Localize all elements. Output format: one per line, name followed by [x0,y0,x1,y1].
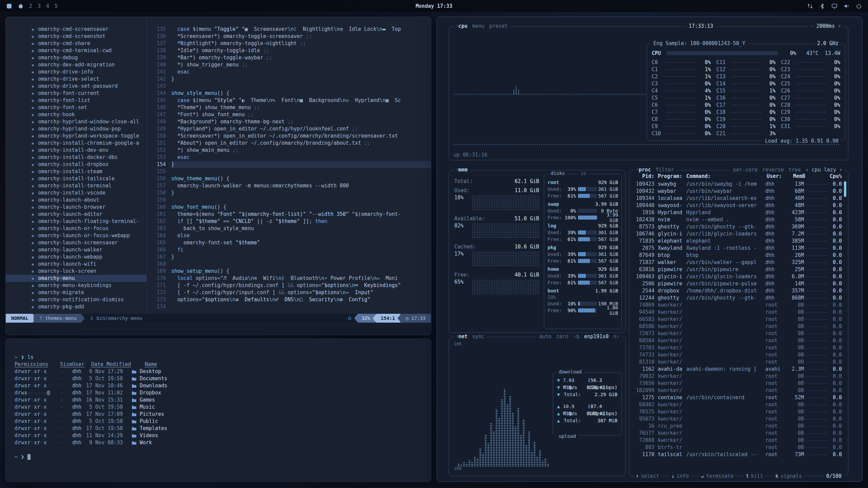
file-tree-item[interactable]: ✱omarchy-drive-info [6,68,146,76]
process-row[interactable]: 2075 Xwayland Xwayland :1 -rootless - dh… [633,245,842,252]
menu-tab[interactable]: menu [472,23,485,29]
file-tree-item[interactable]: ✱omarchy-cmd-screensaver [6,26,146,33]
zero-toggle[interactable]: zero [556,333,569,340]
process-row[interactable]: 106746 glycin-i /usr/lib/glycin-loaders … [633,230,842,238]
process-row[interactable]: 2544 dropbox /home/dhh/.dropbox-dist dhh… [633,287,842,294]
code-pane[interactable]: case $(menu "Toggle" "▣ Screensaver\n☾ N… [171,17,431,314]
file-tree-item[interactable]: ✱omarchy-lock-screen [6,268,146,275]
file-tree-item[interactable]: ✱omarchy-launch-walker [6,246,146,253]
proc-footer-action[interactable]: ksignals [774,473,804,480]
io-tab[interactable]: io [578,170,589,176]
file-tree-item[interactable]: ✱omarchy-drive-set-password [6,83,146,90]
process-row[interactable]: 109344 localsea /usr/lib/localsearch-ex … [633,195,842,202]
process-row[interactable]: 109423 swaybg /usr/bin/swaybg -i /hom dh… [633,181,842,188]
disks-tab[interactable]: disks [548,170,567,176]
process-row[interactable]: 102438 nvim nvim --embed . dhh 58M 0.0 [633,216,842,223]
file-tree-item[interactable]: ✱omarchy-menu [6,275,146,282]
file-tree-item[interactable]: ✱omarchy-install-tailscale [6,175,146,182]
process-row[interactable]: 95673 kworker/ root 0B 0.0 [633,415,842,423]
process-row[interactable]: 76577 kworker/ root 0B 0.0 [633,430,842,437]
process-row[interactable]: 74733 kworker/ root 0B 0.0 [633,351,842,359]
file-tree-item[interactable]: ✱omarchy-pkg-add [6,303,146,310]
file-tree-item[interactable]: ✱omarchy-font-current [6,90,146,97]
process-row[interactable]: 94540 kworker/ root 0B 0.0 [633,309,842,316]
file-tree-item[interactable]: ✱omarchy-font-list [6,97,146,104]
process-row[interactable]: 109463 glycin-i /usr/lib/glycin-loaders … [633,273,842,280]
process-row[interactable]: 73656 kworker/ root 0B 0.0 [633,380,842,387]
file-tree-item[interactable]: ✱omarchy-launch-about [6,197,146,204]
process-row[interactable]: 71835 elephant elephant dhh 385M 0.0 [633,238,842,245]
sort-selector[interactable]: ‹ cpu lazy › [806,167,842,173]
file-tree-item[interactable]: ✱omarchy-debug [6,54,146,61]
terminal-window[interactable]: ~ ❯ ls Permissions Size User Date Modifi… [5,339,431,482]
file-tree-item[interactable]: ✱omarchy-install-docker-dbs [6,154,146,161]
process-row[interactable]: 109440 swayosd- /usr/lib/swayosd-server … [633,202,842,209]
process-row[interactable]: 68586 kworker/ root 0B 0.0 [633,323,842,330]
reverse-toggle[interactable]: reverse [762,167,784,173]
prompt-line-2[interactable]: ~ ❯ [15,453,431,461]
file-tree-item[interactable]: ✱omarchy-cmd-terminal-cwd [6,47,146,54]
iface-prev[interactable]: ‹b [573,333,579,340]
file-tree-item[interactable]: ✱omarchy-cmd-screenshot [6,33,146,40]
proc-footer-action[interactable]: ↓info [670,473,690,480]
file-tree-item[interactable]: ✱omarchy-hook [6,111,146,118]
process-row[interactable]: 66583 kworker/ root 0B 0.0 [633,316,842,323]
file-tree-item[interactable]: ✱omarchy-install-dev-env [6,147,146,154]
file-tree-item[interactable]: ✱omarchy-hyprland-workspace-toggle [6,133,146,140]
proc-footer-action[interactable]: ↑select [634,473,661,480]
filter-tab[interactable]: filter [656,167,674,173]
process-row[interactable]: 87649 btop btop dhh 26M 0.0 [633,252,842,259]
process-row[interactable]: 2506 pipewire /usr/bin/pipewire-pulse dh… [633,280,842,287]
tree-toggle[interactable]: tree [789,167,801,173]
process-row[interactable]: 12244 ghostty /usr/bin/ghostty --gtk- dh… [633,294,842,302]
process-row[interactable]: 803 btrfs-tr root 0B 0.0 [633,444,842,451]
file-tree-item[interactable]: ✱omarchy-menu-keybindings [6,282,146,289]
network-icon[interactable] [807,3,813,9]
proc-footer-action[interactable]: tkill [744,473,765,480]
file-tree-item[interactable]: ✱omarchy-install-steam [6,168,146,175]
process-row[interactable]: 68402 kworker/ root 0B 0.0 [633,401,842,408]
process-row[interactable]: 72088 kworker/ root 0B 0.0 [633,437,842,444]
file-tree-item[interactable]: ✱omarchy-hyprland-window-close-all [6,118,146,125]
file-tree-item[interactable]: ✱omarchy-launch-editor [6,211,146,218]
process-row[interactable]: 1275 containe /usr/bin/containerd root 5… [633,394,842,401]
file-tree-item[interactable]: ✱omarchy-migrate [6,289,146,296]
file-tree-item[interactable]: ✱omarchy-dev-add-migration [6,61,146,68]
process-row[interactable]: 1162 avahi-da avahi-daemon: running [ av… [633,366,842,373]
preset-tab[interactable]: preset [489,23,508,29]
file-tree-item[interactable]: ✱omarchy-cmd-share [6,40,146,47]
file-tree-item[interactable]: ✱omarchy-launch-screensaver [6,239,146,246]
file-tree-item[interactable]: ✱omarchy-launch-wifi [6,261,146,268]
process-row[interactable]: 74869 kworker/ root 0B 0.0 [633,302,842,309]
process-row[interactable]: 81310 kworker/ root 0B 0.0 [633,359,842,366]
process-row[interactable]: 68584 kworker/ root 0B 0.0 [633,337,842,344]
per-core-toggle[interactable]: per-core [733,167,757,173]
process-row[interactable]: 76575 kworker/ root 0B 0.0 [633,408,842,415]
proc-footer-action[interactable]: ↵terminate [699,473,735,480]
process-row[interactable]: 1170 tailscal /usr/sbin/tailscaled -- ro… [633,451,842,458]
iface-next[interactable]: n› [613,333,619,340]
interval-minus[interactable]: - [810,23,813,29]
process-row[interactable]: 109432 waybar /usr/bin/waybar dhh 68M 0.… [633,188,842,195]
process-row[interactable]: 102099 kworker/ root 0B 0.0 [633,387,842,394]
file-tree-item[interactable]: ✱omarchy-launch-browser [6,204,146,211]
file-tree-item[interactable]: ✱omarchy-install-dropbox [6,161,146,168]
file-tree-item[interactable]: ✱omarchy-install-vscode [6,189,146,197]
display-icon[interactable] [831,3,837,9]
file-tree-item[interactable]: ✱omarchy-font-set [6,104,146,111]
volume-icon[interactable] [844,3,850,9]
process-row[interactable]: 1916 Hyprland Hyprland dhh 423M 0.0 [633,209,842,216]
file-tree-item[interactable]: ✱omarchy-notification-dismiss [6,296,146,303]
proc-scrollbar[interactable] [844,181,846,197]
file-tree-item[interactable]: ✱omarchy-launch-or-focus-webapp [6,232,146,239]
process-row[interactable]: 79032 kworker/ root 0B 0.0 [633,373,842,380]
file-tree-item[interactable]: ✱omarchy-install-chromium-google-a [6,140,146,147]
file-tree-item[interactable]: ✱omarchy-launch-or-focus [6,225,146,232]
process-row[interactable]: 16 rcu_pree root 0B 0.0 [633,423,842,430]
process-row[interactable]: 87573 ghostty /usr/bin/ghostty --gtk- dh… [633,223,842,230]
interval-plus[interactable]: + [838,23,841,29]
file-tree-item[interactable]: ✱omarchy-launch-floating-terminal- [6,218,146,225]
process-row[interactable]: 71837 walker /usr/bin/walker --gappl dhh… [633,259,842,266]
file-tree-item[interactable]: ✱omarchy-hyprland-window-pop [6,125,146,133]
sync-tab[interactable]: sync [472,333,485,340]
